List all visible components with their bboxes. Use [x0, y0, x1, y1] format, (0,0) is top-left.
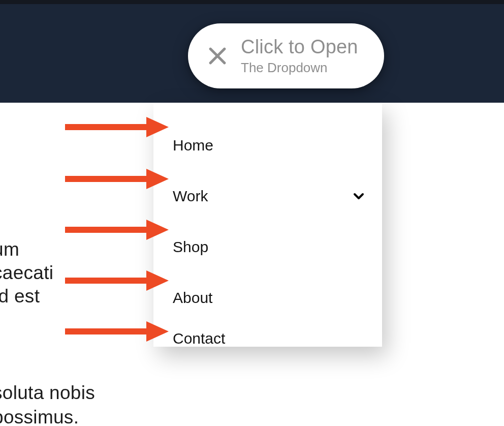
menu-item-shop[interactable]: Shop — [173, 222, 367, 272]
menu-item-label: Home — [173, 137, 213, 154]
menu-item-home[interactable]: Home — [173, 120, 367, 171]
dropdown-panel: Home Work Shop About Contact — [153, 103, 382, 347]
dropdown-menu: Home Work Shop About Contact — [173, 120, 367, 354]
window-top-strip — [0, 0, 504, 4]
body-text-fragment: id est — [0, 286, 40, 307]
menu-item-work[interactable]: Work — [173, 171, 367, 222]
body-text-fragment: um — [0, 239, 19, 260]
menu-item-label: Shop — [173, 238, 208, 256]
menu-item-label: Work — [173, 188, 208, 205]
menu-item-label: Contact — [173, 330, 225, 347]
body-text-fragment: soluta nobis — [0, 382, 95, 404]
body-text-fragment: caecati — [0, 262, 53, 284]
dropdown-button-texts: Click to Open The Dropdown — [241, 36, 358, 76]
chevron-down-icon — [353, 190, 365, 202]
menu-item-contact[interactable]: Contact — [173, 323, 367, 354]
body-text-fragment: possimus. — [0, 407, 79, 426]
menu-item-about[interactable]: About — [173, 272, 367, 323]
open-dropdown-button[interactable]: Click to Open The Dropdown — [188, 23, 384, 88]
dropdown-button-subtitle: The Dropdown — [241, 60, 358, 76]
close-icon — [206, 45, 229, 67]
dropdown-button-title: Click to Open — [241, 36, 358, 58]
menu-item-label: About — [173, 289, 212, 307]
